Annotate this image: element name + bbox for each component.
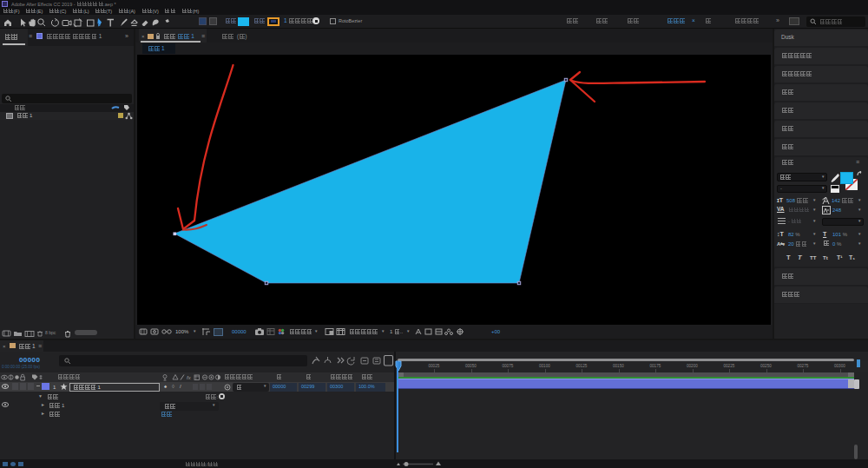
svg-text:fx: fx [187,375,192,380]
